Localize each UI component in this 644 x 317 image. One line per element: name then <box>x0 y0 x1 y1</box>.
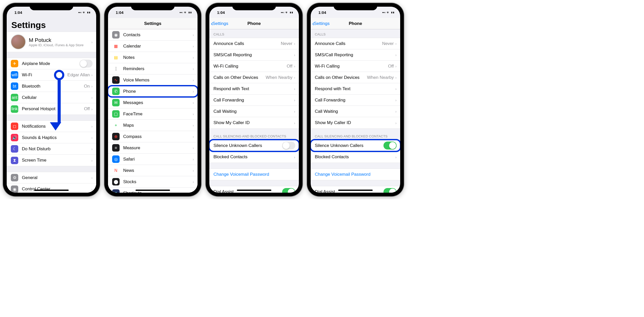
screen-settings-root: 1:04 ▪▪▫ ᯤ ▮▮ Settings M Potuck Apple ID… <box>7 7 96 193</box>
cell-screen-time[interactable]: ⧗ Screen Time› <box>7 155 96 166</box>
nav-title: Settings <box>144 21 161 26</box>
cell-label: Call Forwarding <box>315 98 395 103</box>
cell-value: Off <box>287 64 292 69</box>
cell-change-voicemail-password[interactable]: Change Voicemail Password <box>311 169 400 180</box>
cell-show-my-caller-id[interactable]: Show My Caller ID› <box>209 117 299 128</box>
cell-label: Voice Memos <box>123 78 193 83</box>
cell-bluetooth[interactable]: bt BluetoothOn› <box>7 81 96 92</box>
cell-show-my-caller-id[interactable]: Show My Caller ID› <box>311 117 400 128</box>
cell-calls-on-other-devices[interactable]: Calls on Other DevicesWhen Nearby› <box>311 72 400 83</box>
chevron-icon: › <box>294 41 295 46</box>
cell-compass[interactable]: ⊕ Compass› <box>108 131 198 142</box>
cell-airplane-mode[interactable]: ✈︎ Airplane Mode <box>7 58 96 69</box>
calls-group: Announce CallsNever› SMS/Call Reporting›… <box>209 38 299 129</box>
wi-fi-icon: wifi <box>11 71 18 79</box>
nav-bar: Settings <box>108 18 198 29</box>
silence-toggle[interactable] <box>383 142 397 150</box>
cell-control-center[interactable]: ◉ Control Center› <box>7 183 96 193</box>
cell-calls-on-other-devices[interactable]: Calls on Other DevicesWhen Nearby› <box>209 72 299 83</box>
dial-assist-toggle[interactable] <box>282 188 295 193</box>
cell-sms-call-reporting[interactable]: SMS/Call Reporting› <box>311 49 400 61</box>
cell-safari[interactable]: ◎ Safari› <box>108 154 198 165</box>
dial-assist-group: Dial Assist <box>209 186 299 193</box>
cell-call-waiting[interactable]: Call Waiting› <box>209 106 299 117</box>
silencing-header: CALL SILENCING AND BLOCKED CONTACTS <box>311 129 400 140</box>
cell-sms-call-reporting[interactable]: SMS/Call Reporting› <box>209 49 299 61</box>
measure-icon: ≡ <box>112 144 120 152</box>
status-time: 1:04 <box>318 10 326 15</box>
cell-respond-with-text[interactable]: Respond with Text› <box>209 83 299 95</box>
chevron-icon: › <box>193 146 194 150</box>
cell-wi-fi[interactable]: wifi Wi-FiEdgar Allan› <box>7 69 96 81</box>
cell-announce-calls[interactable]: Announce CallsNever› <box>311 38 400 49</box>
cell-general[interactable]: ⚙︎ General› <box>7 172 96 183</box>
cell-respond-with-text[interactable]: Respond with Text› <box>311 83 400 95</box>
home-indicator[interactable] <box>136 190 170 191</box>
cell-label: General <box>22 175 91 180</box>
cell-call-waiting[interactable]: Call Waiting› <box>311 106 400 117</box>
home-indicator[interactable] <box>338 190 373 191</box>
chevron-icon: › <box>91 95 93 100</box>
back-button[interactable]: ‹Settings <box>211 21 228 27</box>
cell-call-forwarding[interactable]: Call Forwarding› <box>311 95 400 106</box>
cell-sounds-haptics[interactable]: 🔊 Sounds & Haptics› <box>7 132 96 143</box>
cell-facetime[interactable]: ▢ FaceTime› <box>108 108 198 120</box>
settings-content[interactable]: Settings M Potuck Apple ID, iCloud, iTun… <box>7 18 96 193</box>
cell-label: Silence Unknown Callers <box>315 143 383 148</box>
iphone-frame-1: 1:04 ▪▪▫ ᯤ ▮▮ Settings M Potuck Apple ID… <box>3 3 100 196</box>
chevron-icon: › <box>193 168 194 173</box>
cell-value: When Nearby <box>367 75 394 80</box>
chevron-icon: › <box>294 87 295 91</box>
cell-calendar[interactable]: ▦ Calendar› <box>108 41 198 52</box>
notifications-icon: ◻︎ <box>11 123 18 130</box>
cell-label: Change Voicemail Password <box>213 172 295 177</box>
back-button[interactable]: ‹Settings <box>312 21 329 27</box>
chevron-icon: › <box>294 155 295 159</box>
cell-notes[interactable]: ▤ Notes› <box>108 52 198 63</box>
cell-blocked-contacts[interactable]: Blocked Contacts › <box>311 151 400 163</box>
cell-label: SMS/Call Reporting <box>315 52 395 58</box>
apps-list[interactable]: ◉ Contacts› ▦ Calendar› ▤ Notes› ⋮ Remin… <box>108 29 198 193</box>
cell-phone[interactable]: ✆ Phone› <box>108 86 198 97</box>
cell-wi-fi-calling[interactable]: Wi-Fi CallingOff› <box>209 61 299 72</box>
cell-contacts[interactable]: ◉ Contacts› <box>108 29 198 41</box>
cell-label: Notes <box>123 55 193 60</box>
cell-blocked-contacts[interactable]: Blocked Contacts › <box>209 151 299 163</box>
cell-notifications[interactable]: ◻︎ Notifications› <box>7 121 96 132</box>
calls-header: CALLS <box>209 29 299 38</box>
home-indicator[interactable] <box>34 190 69 191</box>
cell-label: Messages <box>123 100 193 105</box>
chevron-icon: › <box>395 121 397 125</box>
silence-toggle[interactable] <box>282 142 295 150</box>
cell-maps[interactable]: ⌖ Maps› <box>108 120 198 131</box>
cell-call-forwarding[interactable]: Call Forwarding› <box>209 95 299 106</box>
silencing-group: Silence Unknown Callers Blocked Contacts… <box>209 140 299 163</box>
chevron-icon: › <box>294 53 295 57</box>
phone-icon: ✆ <box>112 88 120 95</box>
cell-messages[interactable]: ✉︎ Messages› <box>108 97 198 108</box>
cell-change-voicemail-password[interactable]: Change Voicemail Password <box>209 169 299 180</box>
phone-settings[interactable]: CALLS Announce CallsNever› SMS/Call Repo… <box>209 29 299 193</box>
cell-do-not-disturb[interactable]: ☾ Do Not Disturb› <box>7 143 96 155</box>
airplane-mode-icon: ✈︎ <box>11 60 18 67</box>
cell-silence-unknown-callers[interactable]: Silence Unknown Callers <box>209 140 299 151</box>
cell-announce-calls[interactable]: Announce CallsNever› <box>209 38 299 49</box>
cell-measure[interactable]: ≡ Measure› <box>108 142 198 154</box>
airplane-mode-toggle[interactable] <box>79 60 93 68</box>
avatar <box>11 34 26 49</box>
cell-wi-fi-calling[interactable]: Wi-Fi CallingOff› <box>311 61 400 72</box>
apple-id-cell[interactable]: M Potuck Apple ID, iCloud, iTunes & App … <box>7 32 96 52</box>
cell-personal-hotspot[interactable]: link Personal HotspotOff› <box>7 103 96 115</box>
chevron-icon: › <box>91 147 93 151</box>
home-indicator[interactable] <box>237 190 271 191</box>
dial-assist-toggle[interactable] <box>383 188 397 193</box>
silencing-group: Silence Unknown Callers Blocked Contacts… <box>311 140 400 163</box>
cell-news[interactable]: N News› <box>108 165 198 176</box>
cell-reminders[interactable]: ⋮ Reminders› <box>108 63 198 74</box>
phone-settings[interactable]: CALLS Announce CallsNever› SMS/Call Repo… <box>311 29 400 193</box>
status-bar: 1:04 ▪▪▫ ᯤ ▮▮ <box>311 7 400 18</box>
cell-cellular[interactable]: ant Cellular› <box>7 92 96 103</box>
cell-silence-unknown-callers[interactable]: Silence Unknown Callers <box>311 140 400 151</box>
cell-voice-memos[interactable]: ∿ Voice Memos› <box>108 74 198 86</box>
cell-stocks[interactable]: ⬤ Stocks› <box>108 176 198 188</box>
